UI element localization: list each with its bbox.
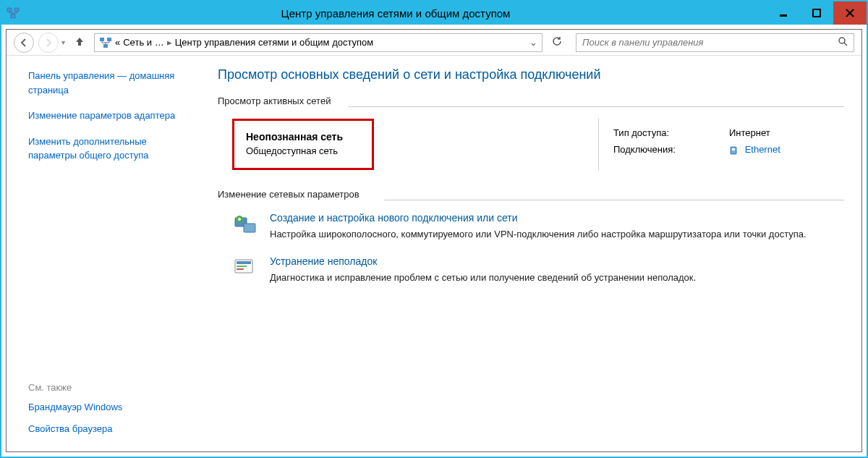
- access-type-label: Тип доступа:: [613, 127, 729, 138]
- window-controls: [767, 1, 867, 25]
- svg-line-19: [844, 43, 847, 46]
- breadcrumb-prefix: «: [115, 37, 120, 48]
- svg-rect-30: [237, 268, 244, 270]
- option-new-connection: Создание и настройка нового подключения …: [232, 212, 844, 241]
- network-type: Общедоступная сеть: [246, 145, 343, 156]
- svg-rect-26: [239, 218, 240, 221]
- svg-rect-28: [237, 261, 251, 264]
- breadcrumb-part[interactable]: Центр управления сетями и общим доступом: [175, 37, 374, 48]
- svg-rect-0: [7, 8, 12, 12]
- svg-rect-11: [100, 38, 104, 41]
- new-connection-icon: [232, 212, 258, 238]
- window-title: Центр управления сетями и общим доступом: [25, 7, 767, 20]
- svg-rect-21: [732, 148, 735, 150]
- navbar: ▾ « Сеть и … ▸: [7, 30, 861, 56]
- svg-rect-12: [107, 38, 111, 41]
- sidebar-link-adapter-settings[interactable]: Изменение параметров адаптера: [28, 109, 195, 123]
- svg-rect-29: [237, 266, 247, 267]
- troubleshoot-icon: [232, 255, 258, 281]
- up-button[interactable]: [74, 35, 85, 50]
- svg-rect-8: [813, 9, 820, 17]
- network-box-highlight: Неопознанная сеть Общедоступная сеть: [232, 119, 374, 170]
- search-box[interactable]: [576, 33, 854, 52]
- access-type-value: Интернет: [729, 127, 770, 138]
- section-active-networks: Просмотр активных сетей: [218, 96, 844, 106]
- sidebar: Панель управления — домашняя страница Из…: [7, 56, 209, 451]
- titlebar[interactable]: Центр управления сетями и общим доступом: [1, 1, 867, 25]
- minimize-button[interactable]: [767, 1, 800, 25]
- option-desc: Диагностика и исправление проблем с сеть…: [270, 271, 844, 284]
- connection-link[interactable]: Ethernet: [745, 144, 780, 155]
- sidebar-link-cp-home[interactable]: Панель управления — домашняя страница: [28, 69, 195, 97]
- app-icon: [6, 6, 20, 20]
- connections-label: Подключения:: [613, 144, 729, 156]
- svg-rect-7: [780, 14, 787, 17]
- breadcrumb-separator-icon[interactable]: ▸: [167, 37, 172, 48]
- option-desc: Настройка широкополосного, коммутируемог…: [270, 228, 844, 241]
- see-also-heading: См. также: [28, 382, 195, 393]
- section-change-settings: Изменение сетевых параметров: [218, 189, 844, 200]
- close-button[interactable]: [833, 1, 867, 25]
- back-button[interactable]: [14, 33, 34, 53]
- option-title[interactable]: Устранение неполадок: [270, 255, 844, 267]
- svg-rect-13: [103, 44, 108, 48]
- forward-button[interactable]: [38, 33, 59, 53]
- main-panel: Просмотр основных сведений о сети и наст…: [209, 56, 861, 451]
- option-troubleshoot: Устранение неполадок Диагностика и испра…: [232, 255, 844, 284]
- breadcrumb-dropdown-icon[interactable]: ⌄: [529, 37, 537, 48]
- see-also-browser[interactable]: Свойства браузера: [28, 422, 195, 436]
- breadcrumb-part[interactable]: Сеть и …: [123, 37, 163, 48]
- network-name: Неопознанная сеть: [246, 131, 343, 143]
- history-dropdown-icon[interactable]: ▾: [61, 38, 65, 46]
- see-also-firewall[interactable]: Брандмауэр Windows: [28, 400, 195, 415]
- search-icon[interactable]: [838, 36, 848, 48]
- svg-point-18: [839, 38, 845, 43]
- network-row: Неопознанная сеть Общедоступная сеть Тип…: [232, 119, 844, 170]
- inner-frame: ▾ « Сеть и … ▸: [6, 29, 862, 452]
- breadcrumb[interactable]: « Сеть и … ▸ Центр управления сетями и о…: [94, 33, 542, 52]
- option-title[interactable]: Создание и настройка нового подключения …: [270, 212, 844, 224]
- window-frame: Центр управления сетями и общим доступом…: [0, 0, 868, 458]
- svg-rect-2: [11, 14, 15, 18]
- ethernet-icon: [729, 145, 738, 156]
- refresh-button[interactable]: [551, 35, 563, 49]
- network-info: Тип доступа: Интернет Подключения: Ether…: [598, 119, 844, 170]
- maximize-button[interactable]: [800, 1, 833, 25]
- breadcrumb-icon: [99, 36, 112, 49]
- svg-rect-1: [14, 8, 19, 12]
- page-heading: Просмотр основных сведений о сети и наст…: [218, 67, 844, 82]
- svg-rect-23: [244, 224, 255, 232]
- content-area: Панель управления — домашняя страница Из…: [7, 56, 861, 451]
- sidebar-link-sharing-settings[interactable]: Изменить дополнительные параметры общего…: [28, 135, 195, 163]
- search-input[interactable]: [582, 37, 838, 48]
